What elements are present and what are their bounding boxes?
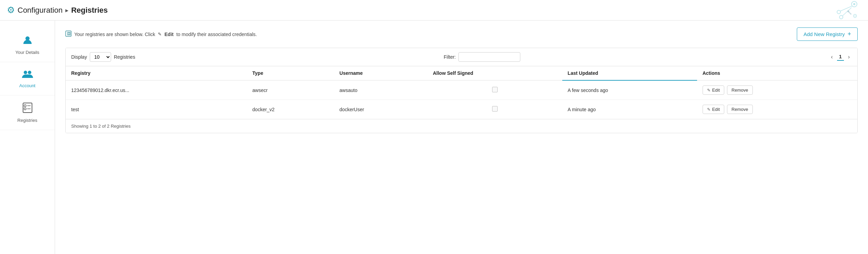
table-row: 123456789012.dkr.ecr.us... awsecr awsaut…: [66, 80, 857, 100]
table-footer-text: Showing 1 to 2 of 2 Registries: [71, 124, 131, 129]
info-bar: 🖼 Your registries are shown below. Click…: [65, 27, 858, 41]
account-icon: [21, 69, 34, 81]
svg-point-12: [24, 105, 26, 107]
main-layout: Your Details Account: [0, 21, 868, 254]
controls-row: Display 10 5 25 50 100 Registries Filter…: [66, 48, 857, 66]
content-area: 🖼 Your registries are shown below. Click…: [55, 21, 868, 254]
registries-table: Registry Type Username Allow Self Signed…: [66, 66, 857, 119]
display-label: Display: [71, 54, 87, 60]
cell-actions-0: ✎ Edit Remove: [697, 80, 857, 100]
svg-point-1: [853, 3, 855, 5]
edit-button-1[interactable]: ✎ Edit: [703, 105, 724, 114]
svg-text:⚙: ⚙: [853, 13, 857, 19]
edit-label-0: Edit: [712, 88, 720, 93]
svg-point-10: [28, 71, 31, 74]
svg-point-5: [839, 15, 843, 19]
remove-button-0[interactable]: Remove: [727, 85, 752, 95]
info-text-pre: Your registries are shown below. Click: [74, 32, 155, 37]
actions-cell-0: ✎ Edit Remove: [703, 85, 852, 95]
svg-point-14: [24, 108, 26, 110]
info-edit-word: Edit: [164, 32, 173, 37]
remove-button-1[interactable]: Remove: [727, 105, 752, 114]
breadcrumb: ⚙ Configuration ▸ Registries: [7, 5, 108, 15]
actions-cell-1: ✎ Edit Remove: [703, 105, 852, 114]
cell-type-1: docker_v2: [247, 100, 334, 119]
table-footer: Showing 1 to 2 of 2 Registries: [66, 119, 857, 133]
sidebar-item-account[interactable]: Account: [0, 62, 55, 95]
col-header-last-updated: Last Updated: [562, 66, 697, 80]
add-new-registry-plus-icon: +: [847, 31, 851, 38]
col-header-type: Type: [247, 66, 334, 80]
filter-label: Filter:: [444, 54, 456, 60]
controls-left: Display 10 5 25 50 100 Registries: [71, 52, 135, 62]
info-icon: 🖼: [65, 31, 72, 38]
filter-input[interactable]: [458, 52, 520, 62]
table-header-row: Registry Type Username Allow Self Signed…: [66, 66, 857, 80]
cell-registry-0: 123456789012.dkr.ecr.us...: [66, 80, 247, 100]
checkbox-self-signed-0: [492, 87, 498, 92]
remove-label-1: Remove: [731, 107, 748, 112]
gear-icon: ⚙: [7, 5, 15, 15]
info-text: 🖼 Your registries are shown below. Click…: [65, 31, 257, 38]
sidebar-label-registries: Registries: [18, 118, 37, 123]
cell-allow-self-signed-1: [427, 100, 562, 119]
breadcrumb-config: Configuration: [18, 6, 63, 15]
header-decoration: ⚙ 🔧: [834, 1, 861, 20]
cell-type-0: awsecr: [247, 80, 334, 100]
registries-count-label: Registries: [114, 54, 135, 60]
edit-button-0[interactable]: ✎ Edit: [703, 85, 724, 95]
add-new-registry-label: Add New Registry: [803, 31, 845, 37]
add-new-registry-button[interactable]: Add New Registry +: [797, 27, 858, 41]
col-header-registry: Registry: [66, 66, 247, 80]
top-header: ⚙ Configuration ▸ Registries ⚙ 🔧: [0, 0, 868, 21]
pagination: ‹ 1 ›: [829, 53, 852, 61]
cell-allow-self-signed-0: [427, 80, 562, 100]
svg-text:🖼: 🖼: [67, 32, 71, 36]
col-header-actions: Actions: [697, 66, 857, 80]
col-header-allow-self-signed: Allow Self Signed: [427, 66, 562, 80]
svg-text:🔧: 🔧: [847, 10, 852, 15]
cell-last-updated-0: A few seconds ago: [562, 80, 697, 100]
filter-area: Filter:: [444, 52, 520, 62]
pagination-current-page: 1: [837, 54, 844, 61]
edit-icon-1: ✎: [707, 107, 710, 112]
cell-registry-1: test: [66, 100, 247, 119]
breadcrumb-current: Registries: [71, 6, 108, 15]
info-text-post: to modify their associated credentials.: [176, 32, 257, 37]
svg-point-3: [837, 10, 840, 14]
svg-point-9: [24, 71, 27, 74]
display-select[interactable]: 10 5 25 50 100: [90, 52, 111, 62]
edit-icon-0: ✎: [707, 88, 710, 93]
sidebar-item-your-details[interactable]: Your Details: [0, 27, 55, 62]
col-header-username: Username: [334, 66, 427, 80]
cell-last-updated-1: A minute ago: [562, 100, 697, 119]
sidebar: Your Details Account: [0, 21, 55, 254]
registries-icon: [22, 102, 33, 116]
table-row: test docker_v2 dockerUser A minute ago ✎…: [66, 100, 857, 119]
pagination-next-button[interactable]: ›: [846, 53, 852, 61]
sidebar-label-account: Account: [19, 83, 35, 88]
checkbox-self-signed-1: [492, 106, 498, 112]
cell-username-0: awsauto: [334, 80, 427, 100]
pagination-prev-button[interactable]: ‹: [829, 53, 835, 61]
user-icon: [22, 34, 33, 48]
edit-icon-info: ✎: [158, 32, 162, 37]
sidebar-label-your-details: Your Details: [15, 50, 40, 55]
edit-label-1: Edit: [712, 107, 720, 112]
sidebar-item-registries[interactable]: Registries: [0, 95, 55, 130]
cell-actions-1: ✎ Edit Remove: [697, 100, 857, 119]
table-container: Display 10 5 25 50 100 Registries Filter…: [65, 48, 858, 133]
breadcrumb-arrow: ▸: [65, 7, 68, 14]
cell-username-1: dockerUser: [334, 100, 427, 119]
remove-label-0: Remove: [731, 88, 748, 93]
